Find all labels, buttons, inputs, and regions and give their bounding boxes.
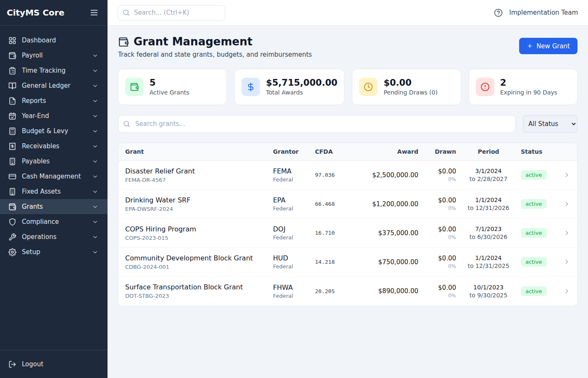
grant-code: DOT-STBG-2023	[125, 293, 273, 299]
chevron-right-icon	[563, 200, 570, 207]
stat-value: 2	[500, 78, 557, 88]
sidebar-item-budget-levy[interactable]: Budget & Levy	[0, 123, 108, 139]
status-filter-select[interactable]: All Status	[523, 115, 578, 133]
building-icon	[8, 158, 16, 165]
content: Grant Management Track federal and state…	[108, 26, 588, 378]
wallet-icon	[125, 78, 144, 96]
sidebar-item-fixed-assets[interactable]: Fixed Assets	[0, 184, 108, 199]
sidebar-item-time-tracking[interactable]: Time Tracking	[0, 63, 108, 78]
logout-icon	[8, 360, 16, 368]
stat-label: Active Grants	[150, 89, 189, 96]
period-end: to 12/31/2025	[456, 262, 521, 270]
page-heading-block: Grant Management Track federal and state…	[118, 36, 312, 58]
column-header-cfda: CFDA	[315, 148, 355, 155]
drawn-amount: $0.00	[418, 284, 456, 291]
drawn-amount: $0.00	[418, 255, 456, 262]
sidebar-item-dashboard[interactable]: Dashboard	[0, 33, 108, 48]
sidebar-item-receivables[interactable]: Receivables	[0, 139, 108, 154]
sidebar-item-operations[interactable]: Operations	[0, 229, 108, 244]
chevron-down-icon	[92, 52, 98, 59]
grantor-cell: DOJ Federal	[273, 225, 315, 241]
grid-icon	[8, 37, 16, 45]
shield-icon	[8, 218, 16, 226]
wallet-icon	[8, 52, 16, 60]
stat-text: $5,715,000.00 Total Awards	[266, 78, 337, 96]
alert-circle-icon	[476, 78, 494, 96]
cfda-number: 20.205	[315, 288, 355, 294]
page-header: Grant Management Track federal and state…	[118, 36, 578, 58]
stat-label: Pending Draws (0)	[383, 89, 438, 96]
stat-value: 5	[150, 78, 189, 88]
sidebar-item-grants[interactable]: Grants	[0, 199, 108, 214]
column-header-drawn: Drawn	[418, 148, 456, 155]
period-cell: 3/1/2024 to 2/28/2027	[456, 167, 521, 183]
table-row[interactable]: COPS Hiring Program COPS-2023-015 DOJ Fe…	[118, 219, 577, 248]
status-cell: active	[521, 228, 559, 238]
stat-card: 2 Expiring in 90 Days	[469, 69, 578, 105]
stat-card: 5 Active Grants	[118, 69, 227, 105]
stat-text: $0.00 Pending Draws (0)	[383, 78, 438, 96]
gear-icon	[8, 248, 16, 256]
stat-card: $5,715,000.00 Total Awards	[234, 69, 344, 105]
global-search-input[interactable]	[118, 5, 225, 21]
cfda-number: 14.218	[315, 259, 355, 265]
sidebar-item-cash-management[interactable]: Cash Management	[0, 169, 108, 184]
grantor-type: Federal	[273, 234, 315, 241]
calculator-icon	[8, 127, 16, 135]
drawn-percent: 0%	[418, 176, 456, 182]
drawn-percent: 0%	[418, 293, 456, 299]
stat-label: Expiring in 90 Days	[500, 89, 557, 96]
table-row[interactable]: Community Development Block Grant CDBG-2…	[118, 248, 577, 277]
sidebar-item-year-end[interactable]: Year-End	[0, 108, 108, 123]
sidebar-item-payroll[interactable]: Payroll	[0, 48, 108, 63]
grant-code: EPA-DWSRF-2024	[125, 206, 273, 212]
chevron-down-icon	[92, 234, 98, 240]
table-row[interactable]: Disaster Relief Grant FEMA-DR-4567 FEMA …	[118, 161, 577, 190]
chevron-down-icon	[92, 98, 98, 104]
hamburger-menu-icon[interactable]	[89, 8, 99, 18]
grantor-type: Federal	[273, 176, 315, 183]
grantor-name: HUD	[273, 254, 315, 262]
logout-button[interactable]: Logout	[0, 357, 108, 372]
status-cell: active	[521, 199, 559, 209]
sidebar-item-general-ledger[interactable]: General Ledger	[0, 78, 108, 93]
period-end: to 9/30/2025	[456, 291, 521, 299]
cfda-number: 66.468	[315, 201, 355, 207]
chevron-down-icon	[92, 189, 98, 195]
drawn-amount: $0.00	[418, 168, 456, 175]
table-row[interactable]: Drinking Water SRF EPA-DWSRF-2024 EPA Fe…	[118, 190, 577, 219]
app-title: CityMS Core	[7, 8, 64, 18]
award-amount: $890,000.00	[355, 287, 418, 295]
status-cell: active	[521, 170, 559, 180]
dollar-icon	[242, 78, 260, 96]
sidebar-item-setup[interactable]: Setup	[0, 244, 108, 260]
stat-value: $5,715,000.00	[266, 78, 337, 88]
stats-row: 5 Active Grants $5,715,000.00 Total Awar…	[118, 69, 578, 105]
grants-table: Grant Grantor CFDA Award Drawn Period St…	[118, 143, 578, 306]
sidebar-item-payables[interactable]: Payables	[0, 154, 108, 169]
grants-search-input[interactable]	[118, 115, 516, 133]
sidebar-item-reports[interactable]: Reports	[0, 93, 108, 108]
award-amount: $1,200,000.00	[355, 200, 418, 208]
filter-row: All Status	[118, 115, 578, 133]
award-amount: $375,000.00	[355, 229, 418, 237]
clipboard-icon	[8, 67, 16, 75]
grantor-cell: EPA Federal	[273, 196, 315, 212]
wallet-icon	[118, 37, 129, 47]
chevron-down-icon	[92, 204, 98, 210]
global-search	[118, 5, 225, 21]
plus-icon	[527, 43, 533, 49]
grantor-name: DOJ	[273, 225, 315, 233]
sidebar-nav: Dashboard Payroll Time Tracking General …	[0, 26, 108, 350]
grantor-type: Federal	[273, 263, 315, 270]
status-badge: active	[521, 257, 547, 267]
period-cell: 1/1/2024 to 12/31/2026	[456, 196, 521, 212]
column-header-period: Period	[456, 148, 521, 155]
table-header: Grant Grantor CFDA Award Drawn Period St…	[118, 143, 577, 161]
table-row[interactable]: Surface Transportation Block Grant DOT-S…	[118, 277, 577, 306]
drawn-cell: $0.00 0%	[418, 255, 456, 269]
sidebar-item-compliance[interactable]: Compliance	[0, 214, 108, 229]
drawn-cell: $0.00 0%	[418, 197, 456, 211]
help-icon[interactable]	[494, 8, 503, 17]
new-grant-button[interactable]: New Grant	[519, 38, 578, 54]
